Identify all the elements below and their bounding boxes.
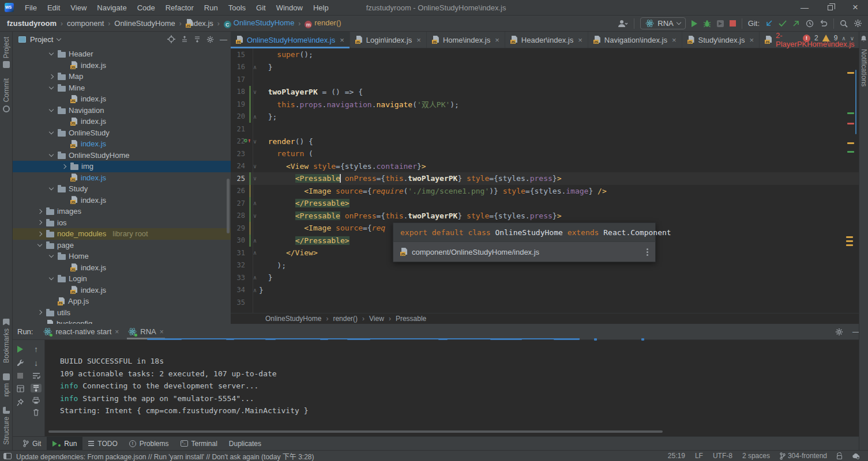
- line-number[interactable]: 32: [231, 261, 248, 269]
- project-panel-title[interactable]: Project: [18, 35, 61, 44]
- tool-stripe-notifications[interactable]: Notifications: [860, 42, 868, 92]
- status-message[interactable]: Update dependencies: From package.json /…: [16, 451, 314, 461]
- line-number[interactable]: 27: [231, 199, 248, 207]
- code-line-18[interactable]: 18∨ twoPlayerPK = () => {: [231, 86, 859, 99]
- console-hscrollbar[interactable]: [48, 430, 663, 433]
- breadcrumb-item[interactable]: mrender(): [303, 18, 342, 29]
- tree-item-index-js[interactable]: JSindex.js: [13, 60, 231, 71]
- run-settings-icon[interactable]: [835, 327, 843, 336]
- write-access-icon[interactable]: [837, 455, 842, 459]
- chevron-down-icon[interactable]: [47, 87, 55, 89]
- chevron-down-icon[interactable]: [47, 53, 55, 55]
- menu-file[interactable]: File: [20, 3, 42, 12]
- clear-console-icon[interactable]: [33, 409, 39, 416]
- code-line-20[interactable]: 20∧ };: [231, 111, 859, 123]
- code-line-17[interactable]: 17: [231, 73, 859, 86]
- menu-window[interactable]: Window: [271, 3, 308, 12]
- status-widget[interactable]: UTF-8: [713, 452, 732, 460]
- search-icon[interactable]: [840, 20, 848, 28]
- tool-stripe-structure[interactable]: Structure: [2, 402, 10, 450]
- chevron-down-icon[interactable]: [47, 154, 55, 156]
- git-commit-icon[interactable]: [779, 20, 787, 27]
- print-icon[interactable]: [32, 397, 40, 404]
- tree-item-page[interactable]: page: [13, 240, 231, 251]
- history-icon[interactable]: [806, 20, 814, 28]
- code-line-34[interactable]: 34∧}: [231, 284, 859, 297]
- chevron-down-icon[interactable]: [36, 244, 43, 246]
- git-branch-widget[interactable]: 304-frontend: [780, 452, 827, 460]
- tool-stripe-bookmarks[interactable]: Bookmarks: [2, 313, 10, 368]
- restore-layout-icon[interactable]: [17, 385, 24, 392]
- chevron-right-icon[interactable]: [36, 232, 43, 236]
- tree-item-index-js[interactable]: JSindex.js: [13, 172, 231, 184]
- toolwindow-git[interactable]: Git: [17, 437, 47, 450]
- down-stacktrace-icon[interactable]: ↓: [34, 358, 38, 368]
- code-line-33[interactable]: 33∧ }: [231, 271, 859, 284]
- bell-icon[interactable]: [861, 35, 867, 42]
- line-number[interactable]: 28: [231, 211, 248, 220]
- editor-tab[interactable]: JSNavigation\index.js×: [588, 32, 682, 48]
- tree-item-mine[interactable]: Mine: [13, 82, 231, 94]
- chevron-right-icon[interactable]: [36, 210, 43, 213]
- ide-update-icon[interactable]: [852, 452, 860, 459]
- line-number[interactable]: 29: [231, 224, 248, 232]
- code-line-15[interactable]: 15 super();: [231, 48, 859, 61]
- line-number[interactable]: 30: [231, 236, 248, 244]
- line-number[interactable]: 24: [231, 162, 248, 170]
- line-number[interactable]: 15: [231, 51, 248, 59]
- code-line-21[interactable]: 21: [231, 123, 859, 135]
- menu-refactor[interactable]: Refactor: [160, 3, 199, 12]
- toolwindow-run[interactable]: Run: [47, 437, 82, 450]
- layout-toggle-icon[interactable]: [3, 453, 12, 459]
- editor-tab[interactable]: JSLogin\index.js×: [350, 32, 427, 48]
- menu-edit[interactable]: Edit: [42, 3, 65, 12]
- line-number[interactable]: 18: [231, 88, 248, 96]
- menu-navigate[interactable]: Navigate: [92, 3, 131, 12]
- run-configuration-select[interactable]: RNA: [640, 17, 685, 29]
- breadcrumb-item[interactable]: OnlineStudyHome: [113, 19, 176, 28]
- menu-tools[interactable]: Tools: [223, 3, 251, 12]
- close-tab-icon[interactable]: ×: [340, 36, 344, 44]
- line-number[interactable]: 26: [231, 187, 248, 195]
- line-number[interactable]: 20: [231, 112, 248, 120]
- tree-item-app-js[interactable]: JSApp.js: [13, 296, 231, 307]
- editor-breadcrumb-item[interactable]: render(): [333, 315, 358, 323]
- pin-icon[interactable]: [17, 399, 24, 406]
- git-update-icon[interactable]: [765, 20, 773, 27]
- close-tab-icon[interactable]: ×: [160, 328, 164, 336]
- tool-stripe-npm[interactable]: npm: [2, 368, 10, 402]
- code-line-24[interactable]: 24∨ <View style={styles.container}>: [231, 160, 859, 173]
- run-button[interactable]: [692, 20, 697, 27]
- editor-tab[interactable]: JSHeader\index.js×: [505, 32, 588, 48]
- run-tab[interactable]: react-native start×: [39, 324, 123, 339]
- menu-run[interactable]: Run: [199, 3, 223, 12]
- tree-item-login[interactable]: Login: [13, 273, 231, 285]
- tree-item-navigation[interactable]: Navigation: [13, 105, 231, 116]
- tree-item-onlinestudyhome[interactable]: OnlineStudyHome: [13, 150, 231, 161]
- line-number[interactable]: 35: [231, 298, 248, 307]
- tree-item-images[interactable]: images: [13, 206, 231, 217]
- code-line-26[interactable]: 26 <Image source={require('./img/scene1.…: [231, 185, 859, 198]
- tree-item-index-js[interactable]: JSindex.js: [13, 262, 231, 274]
- close-icon[interactable]: ×: [843, 0, 868, 15]
- soft-wrap-icon[interactable]: [32, 372, 40, 379]
- tree-item-home[interactable]: Home: [13, 251, 231, 262]
- status-widget[interactable]: 25:19: [668, 452, 685, 460]
- chevron-down-icon[interactable]: [47, 255, 55, 257]
- settings-gear-icon[interactable]: [854, 19, 862, 28]
- code-line-23[interactable]: 23 return (: [231, 148, 859, 160]
- code-line-28[interactable]: 28∨ <Pressable onPress={this.twoPlayerPK…: [231, 210, 859, 222]
- breadcrumb-item[interactable]: JSindex.js: [185, 19, 215, 28]
- menu-git[interactable]: Git: [251, 3, 271, 12]
- tree-item-study[interactable]: Study: [13, 183, 231, 195]
- breadcrumb-item[interactable]: component: [66, 19, 105, 28]
- line-number[interactable]: 34: [231, 286, 248, 294]
- coverage-button[interactable]: [717, 20, 724, 27]
- line-number[interactable]: 23: [231, 150, 248, 158]
- edit-configuration-icon[interactable]: [17, 359, 24, 366]
- line-number[interactable]: 33: [231, 274, 248, 282]
- expand-all-icon[interactable]: [181, 36, 188, 43]
- editor-breadcrumb-item[interactable]: OnlineStudyHome: [265, 315, 321, 323]
- tool-stripe-project[interactable]: Project: [2, 32, 10, 73]
- minimize-icon[interactable]: —: [792, 0, 817, 15]
